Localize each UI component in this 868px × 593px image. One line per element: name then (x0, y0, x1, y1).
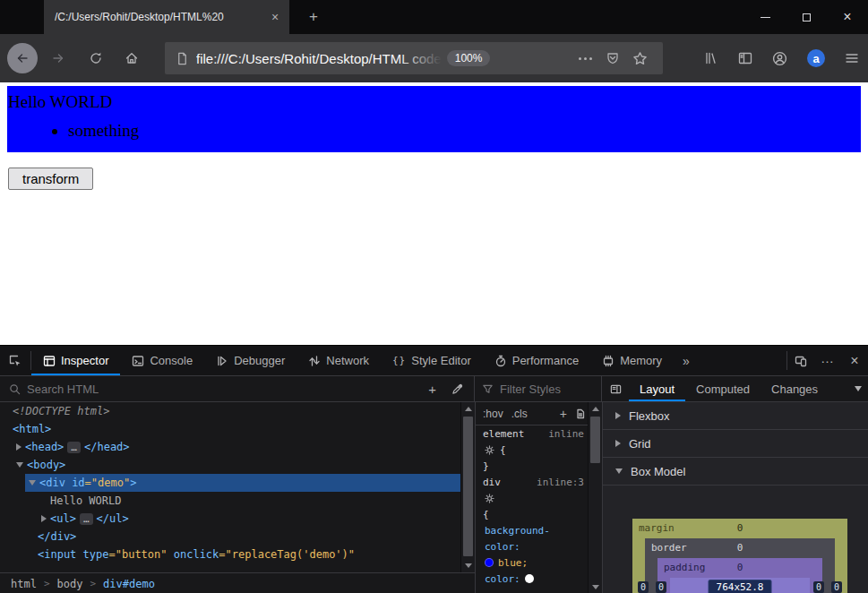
box-model-margin[interactable]: margin 0 border 0 padding 0 0 0 (632, 519, 847, 593)
rule-div[interactable]: div inline:3 (476, 474, 588, 490)
url-bar[interactable]: file:///C:/Users/Rohit/Desktop/HTML code… (165, 42, 663, 74)
filter-styles-input[interactable] (500, 382, 594, 396)
markup-line-selected[interactable]: <div id="demo"> (0, 474, 460, 492)
css-property-line[interactable]: background- (476, 522, 588, 538)
markup-line[interactable]: Hello WORLD (0, 492, 460, 510)
devtools-tab-performance[interactable]: Performance (483, 346, 590, 375)
scrollbar-down-icon[interactable] (589, 580, 602, 593)
section-flexbox[interactable]: Flexbox (603, 402, 868, 430)
tab-changes[interactable]: Changes (761, 376, 829, 401)
tab-close-icon[interactable]: × (266, 8, 284, 26)
tabs-overflow-chevron-icon[interactable] (848, 376, 868, 401)
more-tabs-button[interactable]: » (674, 346, 699, 375)
home-button[interactable] (118, 45, 145, 72)
markup-line[interactable]: <input type="button" onclick="replaceTag… (0, 546, 460, 563)
border-top-value[interactable]: 0 (737, 542, 743, 554)
devtools-close-button[interactable]: × (841, 346, 868, 375)
breadcrumb-item-html[interactable]: html (11, 578, 37, 590)
rule-origin-link[interactable]: inline (548, 428, 584, 440)
margin-top-value[interactable]: 0 (737, 522, 743, 534)
add-rule-button[interactable]: + (560, 407, 567, 421)
window-minimize-button[interactable] (744, 0, 786, 34)
menu-hamburger-icon[interactable] (845, 51, 859, 65)
devtools-tab-debugger[interactable]: Debugger (204, 346, 296, 375)
collapsed-content-badge[interactable]: … (67, 442, 81, 453)
sidebar-toggle-icon[interactable] (738, 51, 752, 65)
expander-open-icon[interactable] (16, 462, 23, 468)
devtools-tab-console[interactable]: Console (120, 346, 204, 375)
collapsed-content-badge[interactable]: … (80, 513, 93, 525)
markup-line[interactable]: <ul>…</ul> (0, 510, 460, 528)
markup-line[interactable]: <!DOCTYPE html> (0, 402, 460, 420)
markup-line[interactable]: <head>…</head> (0, 438, 460, 456)
markup-scrollbar[interactable] (460, 402, 475, 572)
page-actions-icon[interactable] (572, 57, 599, 60)
pick-element-icon[interactable] (0, 346, 30, 375)
tab-computed[interactable]: Computed (685, 376, 761, 401)
devtools-tab-inspector[interactable]: Inspector (31, 346, 120, 375)
url-text[interactable]: file:///C:/Users/Rohit/Desktop/HTML code (196, 51, 442, 66)
print-media-icon[interactable] (575, 408, 586, 419)
margin-left-value[interactable]: 0 (638, 581, 649, 593)
margin-right-value[interactable]: 0 (831, 581, 842, 593)
search-input[interactable] (27, 382, 420, 396)
expander-open-icon[interactable] (615, 468, 623, 474)
rule-origin-link[interactable]: inline:3 (537, 477, 584, 488)
css-swatch-white[interactable] (525, 574, 534, 583)
devtools-tab-network[interactable]: Network (296, 346, 381, 375)
markup-line[interactable]: </div> (0, 528, 460, 546)
expander-closed-icon[interactable] (615, 440, 621, 447)
border-right-value[interactable]: 0 (813, 581, 824, 593)
gear-icon[interactable] (485, 494, 494, 503)
add-node-button[interactable]: + (420, 382, 444, 397)
scrollbar-up-icon[interactable] (461, 402, 475, 416)
rules-scrollbar[interactable] (588, 402, 602, 593)
expander-open-icon[interactable] (29, 480, 36, 486)
window-maximize-button[interactable] (786, 0, 827, 34)
extension-badge[interactable]: a (807, 49, 825, 67)
scrollbar-thumb[interactable] (463, 417, 473, 556)
class-toggle[interactable]: .cls (511, 408, 528, 420)
browser-tab[interactable]: /C:/Users/Rohit/Desktop/HTML%20 × (44, 0, 289, 34)
scrollbar-thumb[interactable] (590, 417, 600, 463)
pseudo-class-toggle[interactable]: :hov (483, 408, 503, 420)
eyedropper-icon[interactable] (444, 383, 470, 395)
expander-closed-icon[interactable] (41, 515, 47, 522)
markup-line[interactable]: <html> (0, 420, 460, 438)
padding-top-value[interactable]: 0 (737, 562, 743, 573)
account-icon[interactable] (772, 51, 787, 66)
window-close-button[interactable]: × (827, 0, 868, 34)
pane-toggle-icon[interactable] (602, 376, 629, 401)
border-left-value[interactable]: 0 (656, 581, 666, 593)
devtools-menu-icon[interactable]: … (814, 346, 841, 375)
rule-element[interactable]: element inline (476, 425, 588, 442)
css-swatch-blue[interactable] (485, 558, 494, 567)
library-icon[interactable] (704, 51, 718, 65)
expander-closed-icon[interactable] (16, 443, 21, 451)
css-property-line[interactable]: color: (476, 571, 588, 587)
expander-closed-icon[interactable] (615, 412, 621, 419)
responsive-mode-icon[interactable] (787, 346, 814, 375)
breadcrumb-item-div-demo[interactable]: div#demo (103, 578, 155, 590)
tab-layout[interactable]: Layout (629, 376, 685, 401)
zoom-indicator[interactable]: 100% (447, 50, 491, 66)
gear-icon[interactable] (485, 445, 494, 455)
pocket-icon[interactable] (599, 51, 626, 65)
markup-line[interactable]: <body> (0, 456, 460, 474)
devtools-tab-style-editor[interactable]: {}Style Editor (381, 346, 483, 375)
forward-button[interactable] (45, 45, 72, 72)
scrollbar-down-icon[interactable] (461, 559, 475, 572)
section-grid[interactable]: Grid (603, 430, 868, 458)
devtools-tab-memory[interactable]: Memory (590, 346, 674, 375)
transform-button[interactable]: transform (8, 168, 93, 190)
reload-button[interactable] (82, 45, 109, 72)
scrollbar-up-icon[interactable] (589, 402, 602, 416)
devtools-toolbar: InspectorConsoleDebuggerNetwork{}Style E… (0, 346, 868, 376)
css-property-line[interactable]: color: (476, 538, 588, 554)
bookmark-star-icon[interactable] (626, 51, 654, 66)
css-value-line[interactable]: blue; (476, 554, 588, 571)
back-button[interactable] (7, 43, 38, 73)
section-box-model[interactable]: Box Model (603, 458, 868, 486)
new-tab-button[interactable]: + (299, 0, 328, 34)
breadcrumb-item-body[interactable]: body (57, 578, 83, 590)
